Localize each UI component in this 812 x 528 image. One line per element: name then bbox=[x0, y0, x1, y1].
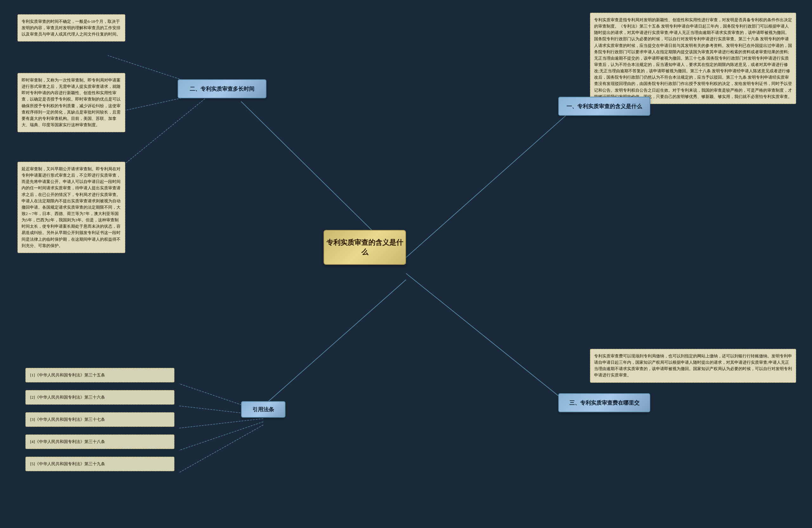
content-text-3: 延迟审查制，又叫早期公开请求审查制。即专利局在对专利申请案进行形式审查之后，不立… bbox=[21, 166, 120, 248]
svg-line-2 bbox=[406, 273, 571, 406]
content-right-top: 专利实质审查是指专利局对发明的新颖性、创造性和实用性进行审查，对发明是否具备专利… bbox=[590, 13, 796, 104]
svg-line-11 bbox=[179, 425, 263, 472]
content-topleft-3: 延迟审查制，又叫早期公开请求审查制。即专利局在对专利申请案进行形式审查之后，不立… bbox=[17, 162, 125, 253]
law-item-2: [2]《中华人民共和国专利法》第三十六条 bbox=[25, 390, 174, 405]
content-text-right-top: 专利实质审查是指专利局对发明的新颖性、创造性和实用性进行审查，对发明是否具备专利… bbox=[594, 17, 792, 99]
law-text-5: [5]《中华人民共和国专利法》第三十九条 bbox=[30, 461, 105, 467]
center-node-text: 专利实质审查的含义是什么 bbox=[324, 238, 405, 257]
branch3-label: 三、专利实质审查费在哪里交 bbox=[569, 399, 639, 407]
content-text-1: 专利实质审查的时间不确定，一般是6-18个月，取决于发明的内容，审查员对发明的理… bbox=[21, 19, 120, 36]
law-text-1: [1]《中华人民共和国专利法》第三十五条 bbox=[30, 372, 105, 378]
svg-line-1 bbox=[406, 111, 571, 258]
law-item-4: [4]《中华人民共和国专利法》第三十八条 bbox=[25, 435, 174, 449]
content-text-2: 即时审查制，又称为一次性审查制。即专利局对申请案进行形式审查之后，无需申请人提实… bbox=[21, 78, 120, 127]
branch-node-4: 引用法条 bbox=[241, 401, 286, 417]
branch-node-3: 三、专利实质审查费在哪里交 bbox=[558, 393, 650, 412]
branch2-label: 一、专利实质审查的含义是什么 bbox=[566, 103, 642, 110]
svg-line-10 bbox=[179, 422, 263, 450]
law-item-5: [5]《中华人民共和国专利法》第三十九条 bbox=[25, 457, 174, 471]
branch-node-1: 二、专利实质审查多长时间 bbox=[178, 79, 266, 98]
branch-node-2: 一、专利实质审查的含义是什么 bbox=[558, 97, 650, 116]
svg-line-9 bbox=[179, 419, 263, 428]
branch4-label: 引用法条 bbox=[252, 406, 274, 413]
content-topleft-2: 即时审查制，又称为一次性审查制。即专利局对申请案进行形式审查之后，无需申请人提实… bbox=[17, 73, 125, 132]
mind-map-canvas: 专利实质审查的含义是什么 二、专利实质审查多长时间 一、专利实质审查的含义是什么… bbox=[0, 0, 812, 528]
content-topleft-1: 专利实质审查的时间不确定，一般是6-18个月，取决于发明的内容，审查员对发明的理… bbox=[17, 14, 125, 42]
content-text-right-bottom: 专利实质审查费可以现场到专利局缴纳，也可以到指定的网站上缴纳，还可以到银行行转账… bbox=[594, 354, 792, 377]
svg-line-3 bbox=[263, 280, 406, 406]
law-item-3: [3]《中华人民共和国专利法》第三十七条 bbox=[25, 412, 174, 427]
content-right-bottom: 专利实质审查费可以现场到专利局缴纳，也可以到指定的网站上缴纳，还可以到银行行转账… bbox=[590, 349, 796, 383]
law-text-2: [2]《中华人民共和国专利法》第三十六条 bbox=[30, 395, 105, 400]
law-text-4: [4]《中华人民共和国专利法》第三十八条 bbox=[30, 439, 105, 444]
law-text-3: [3]《中华人民共和国专利法》第三十七条 bbox=[30, 417, 105, 422]
law-item-1: [1]《中华人民共和国专利法》第三十五条 bbox=[25, 368, 174, 382]
branch1-label: 二、专利实质审查多长时间 bbox=[190, 85, 255, 92]
center-node: 专利实质审查的含义是什么 bbox=[323, 230, 406, 265]
